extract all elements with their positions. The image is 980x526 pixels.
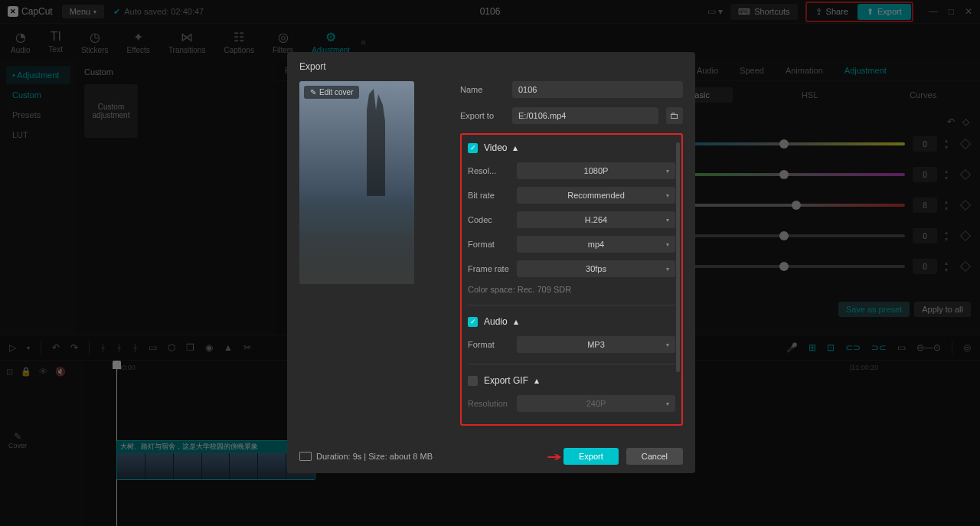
colorspace-note: Color space: Rec. 709 SDR bbox=[468, 285, 675, 294]
duration-info: Duration: 9s | Size: about 8 MB bbox=[299, 452, 433, 461]
folder-icon: 🗀 bbox=[670, 110, 679, 121]
exportto-input[interactable] bbox=[512, 107, 658, 124]
scrollbar[interactable] bbox=[676, 142, 680, 372]
resolution-dropdown[interactable]: 1080P▾ bbox=[517, 162, 675, 179]
audio-format-dropdown[interactable]: MP3▾ bbox=[517, 336, 675, 353]
pencil-icon: ✎ bbox=[310, 88, 316, 96]
gif-resolution-dropdown: 240P▾ bbox=[517, 395, 675, 412]
bitrate-dropdown[interactable]: Recommended▾ bbox=[517, 187, 675, 204]
video-checkbox[interactable]: ✓ bbox=[468, 143, 478, 153]
caret-icon[interactable]: ▴ bbox=[534, 375, 539, 386]
export-settings-highlight: ✓ Video ▴ Resol... 1080P▾ Bit rate Recom… bbox=[460, 133, 683, 426]
caret-icon[interactable]: ▴ bbox=[514, 316, 518, 327]
audio-checkbox[interactable]: ✓ bbox=[468, 317, 478, 327]
audio-heading: Audio bbox=[484, 316, 508, 327]
name-input[interactable] bbox=[512, 81, 683, 98]
edit-cover-button[interactable]: ✎ Edit cover bbox=[304, 86, 359, 99]
film-icon bbox=[299, 452, 312, 461]
gif-checkbox[interactable] bbox=[468, 376, 478, 386]
gif-heading: Export GIF bbox=[484, 375, 528, 386]
folder-button[interactable]: 🗀 bbox=[666, 107, 683, 124]
video-format-dropdown[interactable]: mp4▾ bbox=[517, 236, 675, 253]
caret-icon[interactable]: ▴ bbox=[513, 142, 518, 153]
cancel-button[interactable]: Cancel bbox=[626, 448, 683, 465]
export-modal: Export ✎ Edit cover Name Export to 🗀 bbox=[287, 52, 695, 473]
export-button[interactable]: Export bbox=[564, 448, 619, 465]
name-label: Name bbox=[460, 85, 505, 94]
exportto-label: Export to bbox=[460, 111, 505, 120]
cover-preview: ✎ Edit cover bbox=[299, 81, 414, 284]
video-heading: Video bbox=[484, 142, 507, 153]
codec-dropdown[interactable]: H.264▾ bbox=[517, 211, 675, 228]
arrow-indicator-icon: ➔ bbox=[547, 449, 562, 464]
modal-title: Export bbox=[287, 52, 695, 81]
framerate-dropdown[interactable]: 30fps▾ bbox=[517, 260, 675, 277]
